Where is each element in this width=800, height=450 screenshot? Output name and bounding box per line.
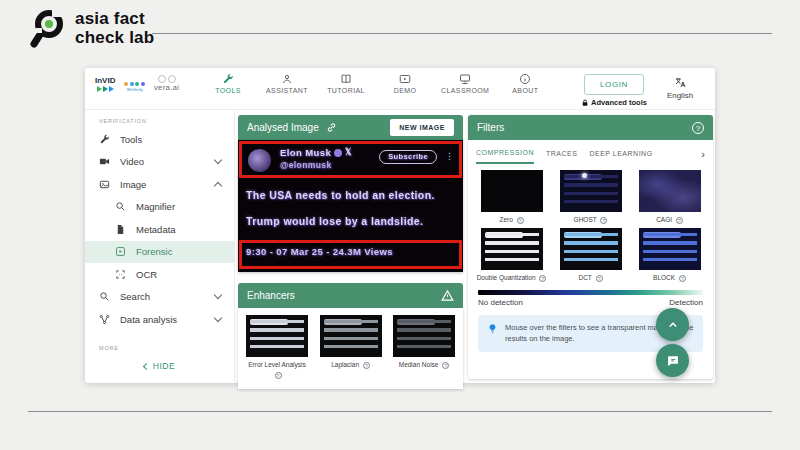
- filter-thumbnail[interactable]: [481, 170, 543, 212]
- bottom-divider-line: [28, 411, 772, 412]
- filter-block[interactable]: BLOCK: [630, 228, 709, 283]
- nav-classroom[interactable]: CLASSROOM: [441, 73, 489, 94]
- filters-grid: Zero GHOST CAGI Double Quantization DCT: [468, 164, 713, 283]
- filter-thumbnail[interactable]: [560, 228, 622, 270]
- search-icon: [99, 291, 110, 302]
- filter-cagi[interactable]: CAGI: [630, 170, 709, 225]
- filter-dct[interactable]: DCT: [551, 228, 630, 283]
- language-selector[interactable]: English: [659, 76, 701, 100]
- main-nav: TOOLS ASSISTANT TUTORIAL: [205, 73, 548, 94]
- help-icon[interactable]: [539, 275, 546, 282]
- video-icon: [99, 156, 110, 167]
- filter-thumbnail[interactable]: [560, 170, 622, 212]
- new-image-button[interactable]: NEW IMAGE: [390, 119, 454, 136]
- veraai-logo: vera.ai: [154, 75, 179, 92]
- top-navigation-bar: InVID WeVerify vera.ai: [85, 68, 715, 110]
- filter-thumbnail[interactable]: [481, 228, 543, 270]
- help-icon[interactable]: [363, 362, 370, 369]
- sidebar-section-label: VERIFICATION: [85, 116, 234, 128]
- info-icon: [519, 73, 531, 85]
- sidebar-item-data-analysis[interactable]: Data analysis: [85, 308, 234, 331]
- link-icon[interactable]: [326, 122, 337, 133]
- wrench-icon: [99, 134, 110, 145]
- feedback-button[interactable]: [656, 344, 689, 377]
- enhancer-median-noise[interactable]: Median Noise: [390, 315, 458, 380]
- help-icon[interactable]: [517, 217, 524, 224]
- page: asia fact check lab InVID WeVerify: [0, 0, 800, 450]
- advanced-tools-toggle[interactable]: Advanced tools: [575, 98, 653, 107]
- translate-icon: [674, 76, 687, 89]
- tab-deep-learning[interactable]: DEEP LEARNING: [589, 150, 652, 163]
- sidebar-item-forensic[interactable]: Forensic: [85, 241, 234, 264]
- top-divider-line: [152, 33, 772, 34]
- tweet-text-line-1: The USA needs to hold an election.: [246, 189, 435, 201]
- filter-thumbnail[interactable]: [639, 170, 701, 212]
- sidebar-item-image[interactable]: Image: [85, 173, 234, 196]
- filter-zero[interactable]: Zero: [472, 170, 551, 225]
- enhancer-thumbnail[interactable]: [246, 315, 308, 357]
- filter-thumbnail[interactable]: [639, 228, 701, 270]
- analysed-image-panel: Analysed Image NEW IMAGE Elon Musk 𝕏 @el…: [238, 115, 463, 389]
- chevron-up-icon: [214, 182, 222, 190]
- sidebar-item-metadata[interactable]: Metadata: [85, 218, 234, 241]
- enhancers-header: Enhancers: [238, 283, 463, 308]
- enhancers-title: Enhancers: [247, 290, 295, 301]
- detection-label: Detection: [669, 298, 703, 307]
- filters-tabs: COMPRESSION TRACES DEEP LEARNING: [468, 140, 713, 164]
- sidebar-item-magnifier[interactable]: Magnifier: [85, 196, 234, 219]
- lightbulb-icon: [487, 323, 498, 334]
- chevron-down-icon: [214, 314, 222, 322]
- help-icon[interactable]: [692, 122, 704, 134]
- data-analysis-icon: [99, 314, 110, 325]
- magnifier-icon: [115, 201, 126, 212]
- enhancers-body: Error Level Analysis Laplacian Median No…: [238, 308, 463, 389]
- brand-name: asia fact check lab: [75, 9, 154, 47]
- nav-tools[interactable]: TOOLS: [205, 73, 251, 94]
- magnifier-logo-icon: [28, 6, 68, 50]
- feedback-chat-icon: [666, 354, 680, 368]
- tabs-scroll-next-icon[interactable]: [701, 148, 705, 164]
- filter-double-quantization[interactable]: Double Quantization: [472, 228, 551, 283]
- sidebar-item-ocr[interactable]: OCR: [85, 263, 234, 286]
- help-icon[interactable]: [596, 275, 603, 282]
- annotation-box-header: [239, 141, 462, 178]
- sidebar-item-tools[interactable]: Tools: [85, 128, 234, 151]
- nav-assistant[interactable]: ASSISTANT: [264, 73, 310, 94]
- lock-icon: [581, 99, 589, 107]
- sidebar-item-video[interactable]: Video: [85, 151, 234, 174]
- scroll-to-top-button[interactable]: [656, 308, 689, 341]
- tab-compression[interactable]: COMPRESSION: [476, 149, 534, 164]
- help-icon[interactable]: [679, 275, 686, 282]
- detection-scale-gradient: [478, 290, 703, 295]
- help-icon[interactable]: [275, 372, 282, 379]
- sidebar-item-search[interactable]: Search: [85, 286, 234, 309]
- detection-scale-labels: No detection Detection: [478, 298, 703, 307]
- no-detection-label: No detection: [478, 298, 523, 307]
- book-icon: [340, 73, 352, 85]
- login-button[interactable]: LOGIN: [584, 74, 644, 95]
- nav-about[interactable]: ABOUT: [502, 73, 548, 94]
- help-icon[interactable]: [600, 217, 607, 224]
- enhancer-thumbnail[interactable]: [393, 315, 455, 357]
- nav-demo[interactable]: DEMO: [382, 73, 428, 94]
- tweet-text-line-2: Trump would lose by a landslide.: [246, 215, 423, 227]
- tab-traces[interactable]: TRACES: [546, 150, 577, 163]
- enhancer-thumbnail[interactable]: [320, 315, 382, 357]
- help-icon[interactable]: [442, 362, 449, 369]
- help-icon[interactable]: [676, 217, 683, 224]
- demo-icon: [399, 73, 411, 85]
- ocr-icon: [115, 269, 126, 280]
- sidebar-more-label: MORE: [85, 331, 234, 355]
- sidebar-hide-button[interactable]: HIDE: [85, 361, 234, 371]
- filter-ghost[interactable]: GHOST: [551, 170, 630, 225]
- analysed-image-title: Analysed Image: [247, 122, 319, 133]
- partner-logos: InVID WeVerify vera.ai: [95, 75, 179, 92]
- nav-tutorial[interactable]: TUTORIAL: [323, 73, 369, 94]
- sidebar: VERIFICATION Tools Video Image: [85, 110, 235, 383]
- assistant-icon: [281, 73, 293, 85]
- warning-icon[interactable]: [441, 289, 454, 302]
- enhancer-error-level-analysis[interactable]: Error Level Analysis: [243, 315, 311, 380]
- chevron-up-icon: [666, 318, 680, 332]
- login-area: LOGIN Advanced tools: [575, 73, 653, 107]
- enhancer-laplacian[interactable]: Laplacian: [317, 315, 385, 380]
